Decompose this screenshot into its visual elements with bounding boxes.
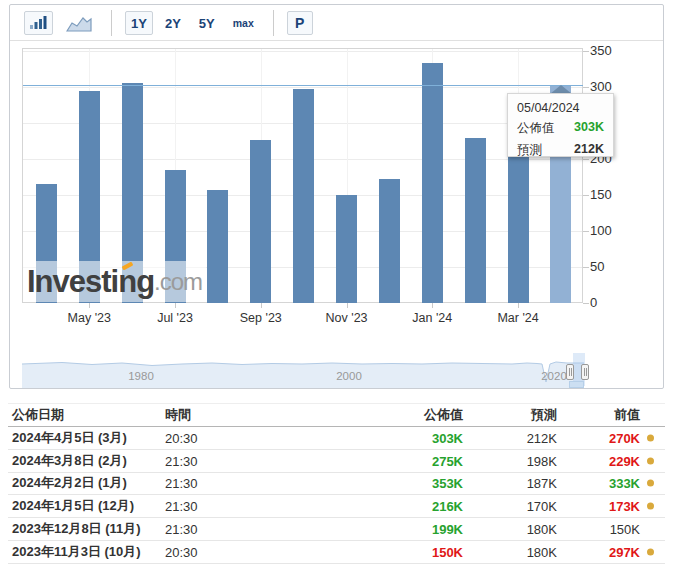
- bar-chart-icon: [30, 16, 47, 30]
- release-date: 2024年3月8日 (2月): [12, 452, 127, 470]
- y-axis-tick: [583, 303, 589, 304]
- revision-dot-icon: [647, 457, 654, 464]
- y-axis-label: 100: [590, 223, 624, 238]
- actual-value: 353K: [432, 476, 463, 491]
- bar-Jan-24[interactable]: [422, 63, 443, 303]
- bar-Aug-23[interactable]: [207, 190, 228, 303]
- watermark-brand: Investing: [27, 266, 154, 297]
- bar-chart-type-button[interactable]: [24, 11, 53, 35]
- column-header-1: 公佈日期: [12, 406, 64, 424]
- previous-value: 173K: [609, 499, 640, 514]
- tooltip-forecast-value: 212K: [574, 142, 604, 159]
- navigator-left-handle[interactable]: [566, 364, 574, 380]
- actual-value: 275K: [432, 453, 463, 468]
- bar-Oct-23[interactable]: [293, 89, 314, 303]
- revision-dot-icon: [647, 434, 654, 441]
- release-time: 21:30: [165, 522, 198, 537]
- column-header-5: 前值: [614, 406, 640, 424]
- y-axis-label: 350: [590, 43, 624, 58]
- bar-Nov-23[interactable]: [336, 195, 357, 303]
- release-date: 2023年12月8日 (11月): [12, 520, 141, 538]
- navigator-year-label: 2000: [319, 370, 379, 382]
- actual-value: 303K: [432, 430, 463, 445]
- previous-value: 297K: [609, 544, 640, 559]
- release-time: 20:30: [165, 430, 198, 445]
- previous-value: 333K: [609, 476, 640, 491]
- release-date: 2024年2月2日 (1月): [12, 474, 127, 492]
- range-button-1Y[interactable]: 1Y: [125, 11, 153, 35]
- table-row: 2023年12月8日 (11月)21:30199K180K150K: [8, 518, 665, 541]
- release-date: 2024年4月5日 (3月): [12, 429, 127, 447]
- column-header-2: 時間: [165, 406, 191, 424]
- chart-tooltip: 05/04/2024 公佈值 303K 預測 212K: [507, 93, 614, 157]
- release-date: 2024年1月5日 (12月): [12, 497, 134, 515]
- table-row: 2024年3月8日 (2月)21:30275K198K229K: [8, 450, 665, 473]
- navigator-year-label: 1980: [111, 370, 171, 382]
- toolbar-divider: [10, 40, 663, 41]
- bar-Dec-23[interactable]: [379, 179, 400, 303]
- y-axis-tick: [583, 159, 589, 160]
- previous-value: 150K: [610, 522, 640, 537]
- navigator-right-handle[interactable]: [581, 364, 589, 380]
- x-axis-label: Jul '23: [140, 311, 210, 325]
- toolbar-separator: [273, 10, 274, 36]
- y-axis-label: 50: [590, 259, 624, 274]
- y-axis-label: 300: [590, 79, 624, 94]
- revision-dot-icon: [647, 503, 654, 510]
- tooltip-forecast-label: 預測: [517, 142, 542, 159]
- y-axis-tick: [583, 51, 589, 52]
- table-header-row: 公佈日期時間公佈值預測前值: [8, 403, 665, 427]
- range-buttons: 1Y2Y5Ymax: [125, 11, 260, 35]
- investing-watermark: Investing.com: [23, 261, 206, 302]
- bar-Sep-23[interactable]: [250, 140, 271, 303]
- x-axis-label: Sep '23: [226, 311, 296, 325]
- h-gridline-300: [23, 87, 582, 88]
- x-axis-tick: [518, 303, 519, 308]
- actual-value: 199K: [432, 522, 463, 537]
- y-axis-tick: [583, 195, 589, 196]
- x-axis-label: Jan '24: [397, 311, 467, 325]
- tooltip-date: 05/04/2024: [517, 101, 604, 115]
- table-row: 2024年1月5日 (12月)21:30216K170K173K: [8, 495, 665, 518]
- actual-value: 216K: [432, 499, 463, 514]
- y-axis-tick: [583, 231, 589, 232]
- actual-value: 150K: [432, 544, 463, 559]
- y-axis-label: 150: [590, 187, 624, 202]
- h-gridline-350: [23, 51, 582, 52]
- watermark-suffix: .com: [154, 270, 202, 294]
- x-axis-tick: [432, 303, 433, 308]
- table-row: 2023年11月3日 (10月)20:30150K180K297K: [8, 541, 665, 564]
- tooltip-actual-value: 303K: [574, 120, 604, 137]
- previous-value: 229K: [609, 453, 640, 468]
- y-axis-label: 0: [590, 295, 624, 310]
- navigator-scrollbar-thumb[interactable]: [569, 381, 584, 388]
- navigator-minichart[interactable]: [22, 352, 584, 388]
- table-row: 2024年4月5日 (3月)20:30303K212K270K: [8, 427, 665, 450]
- release-time: 20:30: [165, 544, 198, 559]
- bar-Feb-24[interactable]: [465, 138, 486, 303]
- forecast-value: 180K: [527, 544, 557, 559]
- x-axis-label: May '23: [54, 311, 124, 325]
- range-button-max[interactable]: max: [227, 11, 260, 35]
- y-axis-tick: [583, 87, 589, 88]
- area-chart-icon: [66, 15, 92, 32]
- y-axis-tick: [583, 267, 589, 268]
- x-axis-tick: [175, 303, 176, 308]
- column-header-4: 預測: [531, 406, 557, 424]
- tooltip-actual-label: 公佈值: [517, 120, 555, 137]
- release-time: 21:30: [165, 499, 198, 514]
- revision-dot-icon: [647, 480, 654, 487]
- navigator-year-label: 2020: [524, 370, 584, 382]
- range-button-2Y[interactable]: 2Y: [159, 11, 187, 35]
- p-button-label: P: [295, 15, 304, 31]
- area-chart-type-button[interactable]: [60, 11, 98, 35]
- toolbar-separator: [111, 10, 112, 36]
- x-axis-tick: [89, 303, 90, 308]
- revision-dot-icon: [647, 548, 654, 555]
- forecast-value: 180K: [527, 522, 557, 537]
- table-row: 2024年2月2日 (1月)21:30353K187K333K: [8, 473, 665, 496]
- release-date: 2023年11月3日 (10月): [12, 543, 141, 561]
- forecast-value: 212K: [527, 430, 557, 445]
- p-button[interactable]: P: [287, 11, 313, 35]
- range-button-5Y[interactable]: 5Y: [193, 11, 221, 35]
